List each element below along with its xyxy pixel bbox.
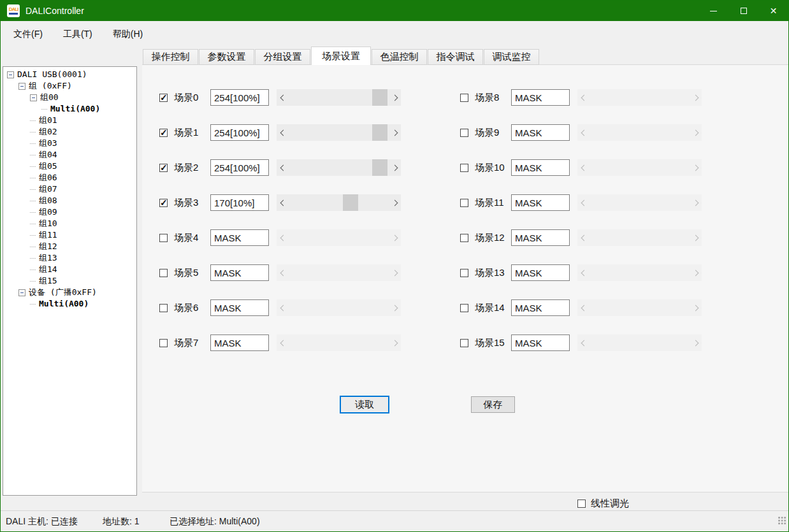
- scene-value-input[interactable]: [511, 194, 570, 211]
- scene-scrollbar[interactable]: [277, 264, 401, 281]
- scene-scrollbar[interactable]: [577, 299, 702, 316]
- scroll-left-arrow-icon[interactable]: [577, 124, 588, 141]
- close-button[interactable]: ✕: [758, 1, 788, 21]
- resize-grip[interactable]: [778, 516, 786, 525]
- scene-checkbox[interactable]: [460, 129, 468, 137]
- tab-operation-control[interactable]: 操作控制: [143, 49, 198, 65]
- scene-value-input[interactable]: [210, 229, 269, 246]
- scene-checkbox[interactable]: [159, 129, 168, 137]
- tree-item-group09[interactable]: 组09: [3, 206, 136, 218]
- scroll-right-arrow-icon[interactable]: [390, 159, 401, 176]
- tree-item-device-broadcast[interactable]: 设备 (广播0xFF): [3, 287, 136, 298]
- tree-item-group00[interactable]: 组00: [3, 92, 136, 103]
- scroll-right-arrow-icon[interactable]: [390, 194, 401, 211]
- scroll-left-arrow-icon[interactable]: [577, 299, 588, 316]
- scroll-left-arrow-icon[interactable]: [577, 229, 588, 246]
- scroll-left-arrow-icon[interactable]: [277, 194, 287, 211]
- scroll-right-arrow-icon[interactable]: [691, 194, 702, 211]
- scene-checkbox[interactable]: [159, 234, 168, 242]
- scene-value-input[interactable]: [210, 264, 269, 281]
- scene-value-input[interactable]: [511, 229, 570, 246]
- menu-item-file[interactable]: 文件(F): [7, 26, 49, 43]
- tree-item-multi-a00-device[interactable]: Multi(A00): [3, 298, 136, 310]
- scene-scrollbar[interactable]: [277, 124, 401, 141]
- scene-scrollbar[interactable]: [577, 159, 702, 176]
- scene-scrollbar[interactable]: [277, 229, 401, 246]
- scene-scrollbar[interactable]: [577, 89, 702, 106]
- scene-value-input[interactable]: [210, 334, 269, 351]
- scene-checkbox[interactable]: [159, 199, 168, 207]
- menu-item-help[interactable]: 帮助(H): [106, 26, 149, 43]
- scroll-right-arrow-icon[interactable]: [691, 264, 702, 281]
- scroll-left-arrow-icon[interactable]: [577, 159, 588, 176]
- scene-value-input[interactable]: [210, 89, 269, 106]
- scroll-left-arrow-icon[interactable]: [277, 299, 287, 316]
- tab-command-debug[interactable]: 指令调试: [428, 49, 483, 65]
- scene-scrollbar[interactable]: [277, 194, 401, 211]
- scene-value-input[interactable]: [511, 264, 570, 281]
- collapse-icon[interactable]: [7, 71, 14, 78]
- scroll-left-arrow-icon[interactable]: [577, 89, 588, 106]
- scroll-thumb[interactable]: [372, 124, 387, 141]
- tree-item-group07[interactable]: 组07: [3, 183, 136, 195]
- scroll-left-arrow-icon[interactable]: [277, 159, 287, 176]
- tree-item-group14[interactable]: 组14: [3, 264, 136, 275]
- scroll-left-arrow-icon[interactable]: [277, 89, 287, 106]
- scene-value-input[interactable]: [210, 299, 269, 316]
- scroll-right-arrow-icon[interactable]: [390, 334, 401, 351]
- scroll-right-arrow-icon[interactable]: [691, 334, 702, 351]
- scroll-left-arrow-icon[interactable]: [277, 229, 287, 246]
- tree-item-group06[interactable]: 组06: [3, 172, 136, 183]
- scroll-right-arrow-icon[interactable]: [691, 299, 702, 316]
- scene-scrollbar[interactable]: [577, 194, 702, 211]
- minimize-button[interactable]: [699, 1, 728, 21]
- scene-checkbox[interactable]: [159, 269, 168, 277]
- scene-checkbox[interactable]: [460, 94, 468, 102]
- scene-value-input[interactable]: [511, 124, 570, 141]
- scroll-right-arrow-icon[interactable]: [390, 124, 401, 141]
- scene-checkbox[interactable]: [159, 304, 168, 312]
- scene-scrollbar[interactable]: [577, 229, 702, 246]
- tab-grouping-settings[interactable]: 分组设置: [255, 49, 310, 65]
- scene-checkbox[interactable]: [460, 234, 468, 242]
- collapse-icon[interactable]: [18, 83, 25, 90]
- scroll-right-arrow-icon[interactable]: [691, 159, 702, 176]
- scroll-right-arrow-icon[interactable]: [390, 299, 401, 316]
- scroll-left-arrow-icon[interactable]: [277, 334, 287, 351]
- scroll-left-arrow-icon[interactable]: [277, 124, 287, 141]
- scroll-left-arrow-icon[interactable]: [577, 334, 588, 351]
- scene-checkbox[interactable]: [460, 339, 468, 347]
- scene-value-input[interactable]: [511, 334, 570, 351]
- tree-item-group12[interactable]: 组12: [3, 241, 136, 252]
- tree-item-group08[interactable]: 组08: [3, 195, 136, 206]
- scene-scrollbar[interactable]: [577, 124, 702, 141]
- scene-checkbox[interactable]: [460, 304, 468, 312]
- scroll-thumb[interactable]: [372, 89, 387, 106]
- scroll-right-arrow-icon[interactable]: [691, 89, 702, 106]
- scene-checkbox[interactable]: [159, 164, 168, 172]
- tab-color-temp-control[interactable]: 色温控制: [372, 49, 427, 65]
- scene-scrollbar[interactable]: [277, 159, 401, 176]
- scroll-right-arrow-icon[interactable]: [390, 89, 401, 106]
- scroll-left-arrow-icon[interactable]: [577, 194, 588, 211]
- scroll-right-arrow-icon[interactable]: [691, 124, 702, 141]
- tree-item-group05[interactable]: 组05: [3, 161, 136, 172]
- scroll-right-arrow-icon[interactable]: [390, 264, 401, 281]
- tree-item-group02[interactable]: 组02: [3, 126, 136, 138]
- scroll-thumb[interactable]: [343, 194, 358, 211]
- tree-item-group15[interactable]: 组15: [3, 275, 136, 287]
- tree-item-group-root[interactable]: 组 (0xFF): [3, 80, 136, 92]
- tree-item-group13[interactable]: 组13: [3, 252, 136, 264]
- tab-debug-monitor[interactable]: 调试监控: [484, 49, 539, 65]
- save-button[interactable]: 保存: [471, 396, 515, 413]
- scene-value-input[interactable]: [210, 159, 269, 176]
- tab-scene-settings[interactable]: 场景设置: [311, 47, 371, 65]
- tree-item-multi-a00[interactable]: Multi(A00): [3, 103, 136, 115]
- maximize-button[interactable]: [728, 1, 758, 21]
- scene-value-input[interactable]: [210, 124, 269, 141]
- scene-checkbox[interactable]: [460, 164, 468, 172]
- scene-checkbox[interactable]: [159, 94, 168, 102]
- scroll-thumb[interactable]: [372, 159, 387, 176]
- tree-item-group11[interactable]: 组11: [3, 229, 136, 241]
- scroll-left-arrow-icon[interactable]: [577, 264, 588, 281]
